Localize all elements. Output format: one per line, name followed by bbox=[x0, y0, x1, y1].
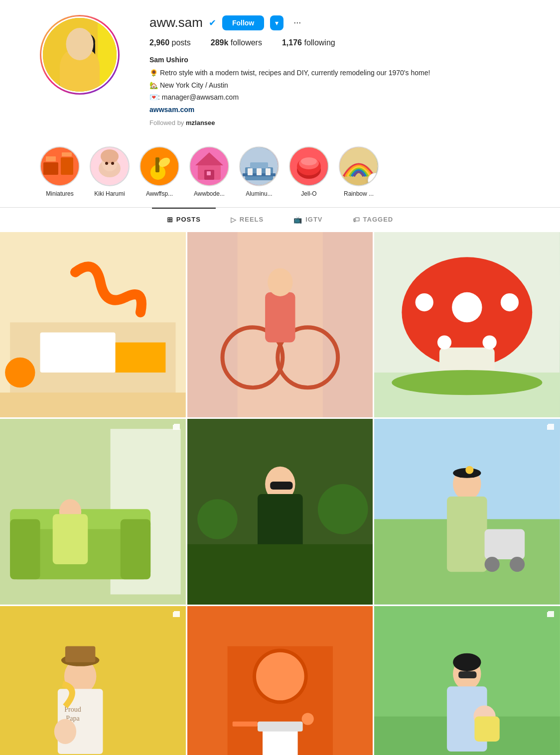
svg-point-3 bbox=[67, 34, 95, 66]
post-item-7[interactable]: Proud Papa bbox=[0, 606, 186, 755]
svg-rect-9 bbox=[98, 18, 117, 92]
post-item-4[interactable] bbox=[0, 419, 186, 605]
svg-point-20 bbox=[111, 162, 114, 165]
svg-rect-12 bbox=[61, 157, 73, 175]
post-image-9 bbox=[374, 606, 560, 755]
story-label-rainbow: Rainbow ... bbox=[344, 190, 374, 197]
story-label-miniatures: Miniatures bbox=[46, 190, 73, 197]
story-circle-awwbode bbox=[189, 146, 229, 186]
followed-by: Followed by mzlansee bbox=[149, 118, 530, 128]
story-item-alumin[interactable]: Aluminu... bbox=[239, 146, 279, 197]
bio-link[interactable]: awwsam.com bbox=[149, 106, 194, 114]
story-circle-content-kiki bbox=[91, 147, 129, 185]
reels-icon: ▷ bbox=[231, 216, 237, 224]
avatar-image bbox=[43, 18, 117, 92]
tab-tagged[interactable]: 🏷 TAGGED bbox=[338, 208, 409, 231]
post-item-2[interactable] bbox=[187, 232, 373, 418]
tab-igtv[interactable]: 📺 IGTV bbox=[279, 208, 337, 231]
post-image-8 bbox=[187, 606, 373, 755]
story-circle-jello bbox=[289, 146, 329, 186]
story-circle-content-miniatures bbox=[41, 147, 79, 185]
post-item-6[interactable] bbox=[374, 419, 560, 605]
follow-button[interactable]: Follow bbox=[222, 15, 264, 30]
story-item-awwbode[interactable]: Awwbode... bbox=[189, 146, 229, 197]
svg-rect-11 bbox=[43, 162, 58, 175]
story-label-kiki: Kiki Harumi bbox=[94, 190, 125, 197]
svg-point-19 bbox=[105, 162, 108, 165]
post-item-9[interactable] bbox=[374, 606, 560, 755]
dropdown-button[interactable]: ▾ bbox=[270, 15, 283, 30]
story-circle-content-alumin bbox=[240, 147, 278, 185]
svg-point-66 bbox=[483, 335, 497, 349]
svg-rect-84 bbox=[270, 482, 292, 490]
story-item-kiki[interactable]: Kiki Harumi bbox=[90, 146, 130, 197]
svg-point-4 bbox=[67, 32, 95, 52]
followers-stat[interactable]: 289k followers bbox=[211, 38, 262, 47]
svg-rect-74 bbox=[121, 519, 150, 580]
story-label-alumin: Aluminu... bbox=[246, 190, 272, 197]
svg-rect-99 bbox=[65, 646, 95, 662]
story-item-miniatures[interactable]: Miniatures bbox=[40, 146, 80, 197]
following-stat[interactable]: 1,176 following bbox=[282, 38, 335, 47]
chevron-right-icon: › bbox=[374, 176, 376, 185]
svg-rect-36 bbox=[266, 168, 271, 175]
bio-text: 🌻 Retro style with a modern twist, recip… bbox=[149, 67, 530, 78]
story-item-rainbow[interactable]: › Rainbow ... bbox=[339, 146, 379, 197]
post-item-1[interactable] bbox=[0, 232, 186, 418]
story-item-awwffsp[interactable]: Awwffsp... bbox=[140, 146, 179, 197]
bio-location: 🏡 New York City / Austin bbox=[149, 80, 530, 91]
post-item-5[interactable] bbox=[187, 419, 373, 605]
story-circle-awwffsp bbox=[140, 146, 179, 186]
svg-point-57 bbox=[268, 268, 292, 296]
svg-rect-56 bbox=[265, 292, 295, 343]
story-item-jello[interactable]: Jell-O bbox=[289, 146, 329, 197]
tab-reels[interactable]: ▷ REELS bbox=[216, 208, 279, 231]
svg-rect-6 bbox=[90, 42, 95, 57]
svg-rect-29 bbox=[207, 171, 211, 175]
svg-rect-35 bbox=[257, 168, 262, 175]
posts-count: 2,960 bbox=[149, 38, 169, 47]
svg-rect-32 bbox=[250, 162, 268, 168]
followers-count: 289k bbox=[211, 38, 229, 47]
more-options-button[interactable]: ··· bbox=[289, 15, 305, 30]
svg-point-63 bbox=[416, 293, 433, 311]
posts-stat: 2,960 posts bbox=[149, 38, 191, 47]
post-item-8[interactable] bbox=[187, 606, 373, 755]
svg-point-2 bbox=[59, 70, 104, 92]
svg-rect-123 bbox=[459, 671, 477, 678]
post-item-3[interactable] bbox=[374, 232, 560, 418]
svg-point-62 bbox=[452, 292, 482, 322]
username: aww.sam bbox=[149, 15, 203, 30]
story-circle-content-awwffsp bbox=[140, 147, 178, 185]
story-circle-miniatures bbox=[40, 146, 80, 186]
tab-posts[interactable]: ⊞ POSTS bbox=[152, 208, 216, 231]
svg-rect-13 bbox=[46, 156, 56, 161]
tab-igtv-label: IGTV bbox=[305, 216, 322, 223]
post-indicator-7 bbox=[172, 611, 181, 622]
svg-rect-73 bbox=[10, 519, 40, 580]
svg-point-83 bbox=[318, 484, 368, 534]
profile-info: aww.sam ✔ Follow ▾ ··· 2,960 posts 289k … bbox=[149, 15, 530, 128]
post-indicator-6 bbox=[546, 424, 555, 435]
svg-rect-5 bbox=[67, 42, 72, 57]
stories-next-button[interactable]: › bbox=[368, 173, 379, 186]
story-preview-awwffsp bbox=[140, 147, 178, 185]
tagged-icon: 🏷 bbox=[353, 216, 360, 224]
avatar-ring bbox=[40, 15, 120, 95]
profile-header: aww.sam ✔ Follow ▾ ··· bbox=[149, 15, 530, 30]
post-image-5 bbox=[187, 419, 373, 605]
post-image-1 bbox=[0, 232, 186, 418]
followers-label: followers bbox=[231, 38, 262, 47]
svg-rect-90 bbox=[485, 529, 525, 559]
posts-icon: ⊞ bbox=[167, 216, 173, 224]
svg-rect-14 bbox=[62, 152, 72, 156]
svg-rect-23 bbox=[155, 157, 159, 172]
post-image-4 bbox=[0, 419, 186, 605]
bio-section: Sam Ushiro 🌻 Retro style with a modern t… bbox=[149, 54, 530, 128]
followed-by-user[interactable]: mzlansee bbox=[186, 119, 215, 126]
svg-rect-47 bbox=[40, 332, 116, 373]
svg-rect-50 bbox=[0, 392, 186, 417]
igtv-icon: 📺 bbox=[293, 216, 302, 224]
svg-rect-89 bbox=[447, 497, 487, 572]
post-indicator-4 bbox=[172, 424, 181, 435]
